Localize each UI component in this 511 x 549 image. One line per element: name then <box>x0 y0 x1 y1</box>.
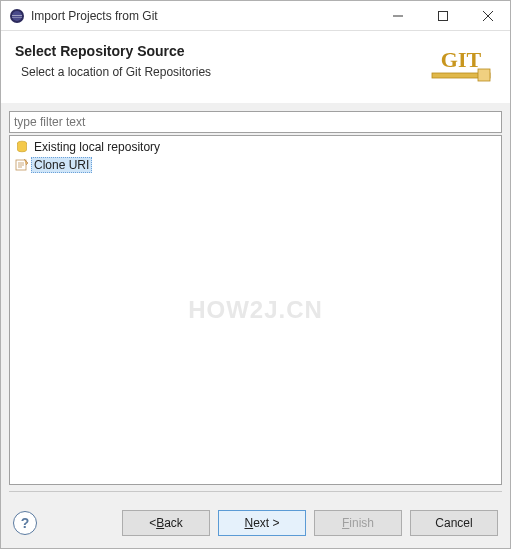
filter-input[interactable] <box>9 111 502 133</box>
svg-rect-3 <box>12 17 22 18</box>
cancel-button[interactable]: Cancel <box>410 510 498 536</box>
titlebar: Import Projects from Git <box>1 1 510 31</box>
page-title: Select Repository Source <box>15 43 426 59</box>
svg-rect-5 <box>438 11 447 20</box>
minimize-button[interactable] <box>375 1 420 30</box>
svg-rect-2 <box>12 15 22 16</box>
svg-point-1 <box>12 11 22 21</box>
clone-uri-icon <box>14 157 30 173</box>
next-button[interactable]: Next > <box>218 510 306 536</box>
window-title: Import Projects from Git <box>31 9 375 23</box>
repository-icon <box>14 139 30 155</box>
list-item[interactable]: Clone URI <box>10 156 501 174</box>
help-button[interactable]: ? <box>13 511 37 535</box>
close-button[interactable] <box>465 1 510 30</box>
window-controls <box>375 1 510 30</box>
list-item-label: Existing local repository <box>34 140 160 154</box>
wizard-header: Select Repository Source Select a locati… <box>1 31 510 103</box>
maximize-button[interactable] <box>420 1 465 30</box>
list-item-label: Clone URI <box>31 157 92 173</box>
svg-text:GIT: GIT <box>441 47 482 72</box>
eclipse-icon <box>9 8 25 24</box>
repository-source-list[interactable]: Existing local repository Clone URI HOW2… <box>9 135 502 485</box>
watermark: HOW2J.CN <box>188 296 323 324</box>
separator <box>9 491 502 492</box>
dialog-window: Import Projects from Git Select Reposito… <box>0 0 511 549</box>
svg-rect-10 <box>478 69 490 81</box>
back-button[interactable]: < Back <box>122 510 210 536</box>
button-bar: ? < Back Next > Finish Cancel <box>1 500 510 548</box>
list-item[interactable]: Existing local repository <box>10 138 501 156</box>
content-area: Existing local repository Clone URI HOW2… <box>1 103 510 500</box>
finish-button: Finish <box>314 510 402 536</box>
page-subtitle: Select a location of Git Repositories <box>15 65 426 79</box>
git-logo-icon: GIT <box>426 43 496 89</box>
